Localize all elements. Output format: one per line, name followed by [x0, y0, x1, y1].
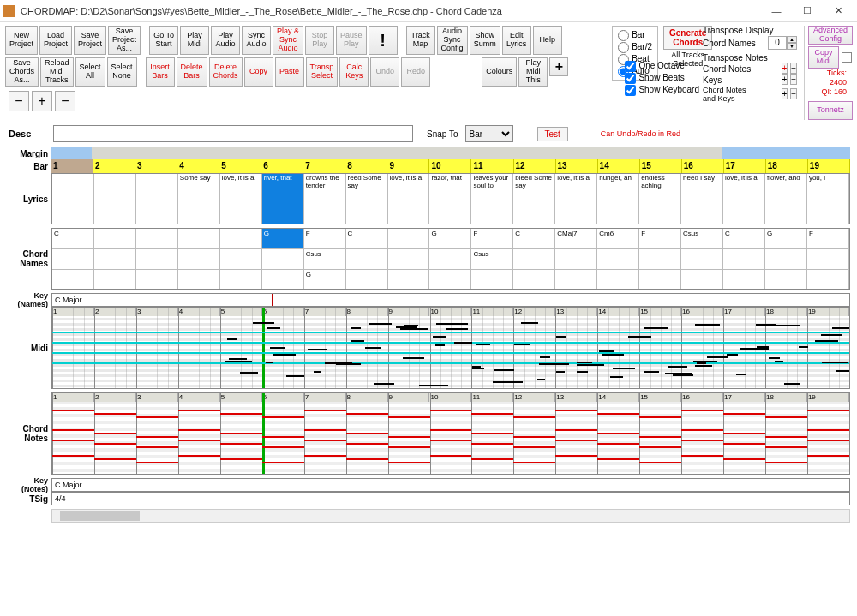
- chord-cell[interactable]: Csus: [304, 249, 346, 269]
- chord-cell[interactable]: [513, 249, 555, 269]
- chord-cell[interactable]: [639, 249, 681, 269]
- bar-number[interactable]: 9: [387, 159, 429, 173]
- delete-bars-button[interactable]: Delete Bars: [177, 57, 207, 87]
- bar-number[interactable]: 18: [766, 159, 808, 173]
- chord-cell[interactable]: [136, 249, 178, 269]
- bar-number[interactable]: 1: [51, 159, 93, 173]
- chord-cell[interactable]: [178, 229, 220, 248]
- save-project-as-button[interactable]: Save Project As...: [108, 26, 141, 55]
- lyric-cell[interactable]: Some say: [178, 174, 220, 224]
- edit-lyrics-button[interactable]: Edit Lyrics: [502, 26, 531, 55]
- chord-cell[interactable]: [94, 249, 136, 269]
- lyric-cell[interactable]: drowns the tender: [304, 174, 346, 224]
- chord-cell[interactable]: [94, 229, 136, 248]
- bar-number[interactable]: 19: [808, 159, 850, 173]
- lyric-cell[interactable]: love, it is a: [555, 174, 597, 224]
- select-all-button[interactable]: Select All: [75, 57, 105, 87]
- save-project-button[interactable]: Save Project: [74, 26, 106, 55]
- b-minus[interactable]: −: [790, 88, 797, 99]
- chord-cell[interactable]: [513, 270, 555, 290]
- redo-button[interactable]: Redo: [401, 57, 430, 87]
- chord-names-spin[interactable]: 0: [768, 36, 787, 50]
- check-one-octave[interactable]: One Octave: [625, 60, 699, 72]
- check-show-keyboard[interactable]: Show Keyboard: [625, 84, 699, 96]
- lyrics-track[interactable]: Some saylove, it is ariver, thatdrowns t…: [51, 173, 850, 224]
- bar-number[interactable]: 6: [261, 159, 303, 173]
- chord-cell[interactable]: [388, 270, 430, 290]
- chord-cell[interactable]: [723, 249, 765, 269]
- copy-midi-check[interactable]: [842, 52, 852, 63]
- chord-cell[interactable]: [262, 249, 304, 269]
- chord-cell[interactable]: [388, 229, 430, 248]
- horizontal-scrollbar[interactable]: [51, 509, 850, 523]
- chord-cell[interactable]: Csus: [681, 229, 723, 248]
- bar-number[interactable]: 10: [429, 159, 471, 173]
- chord-cell[interactable]: [346, 249, 388, 269]
- lyric-cell[interactable]: leaves your soul to: [471, 174, 513, 224]
- lyric-cell[interactable]: love, it is a: [723, 174, 765, 224]
- chord-cell[interactable]: [597, 249, 639, 269]
- margin-bar[interactable]: [51, 147, 850, 159]
- play-sync-audio-button[interactable]: Play & Sync Audio: [273, 26, 303, 55]
- play-audio-button[interactable]: Play Audio: [211, 26, 240, 55]
- chord-cell[interactable]: Csus: [471, 249, 513, 269]
- chord-cell[interactable]: C: [346, 229, 388, 248]
- key-names-track[interactable]: C Major: [51, 293, 850, 307]
- chord-cell[interactable]: [346, 270, 388, 290]
- zoom-out2-button[interactable]: −: [55, 91, 75, 111]
- lyric-cell[interactable]: [136, 174, 178, 224]
- chord-cell[interactable]: [136, 229, 178, 248]
- plus-button[interactable]: +: [549, 57, 568, 76]
- pause-play-button[interactable]: Pause Play: [336, 26, 367, 55]
- lyric-cell[interactable]: bleed Some say: [513, 174, 555, 224]
- help-button[interactable]: Help: [533, 26, 562, 55]
- chord-cell[interactable]: F: [304, 229, 346, 248]
- lyric-cell[interactable]: you, i: [807, 174, 849, 224]
- advanced-config-button[interactable]: Advanced Config: [808, 26, 853, 45]
- lyric-cell[interactable]: reed Some say: [346, 174, 388, 224]
- bar-number[interactable]: 15: [640, 159, 682, 173]
- zoom-in-button[interactable]: +: [32, 91, 52, 111]
- maximize-button[interactable]: ☐: [792, 1, 823, 21]
- chord-cell[interactable]: F: [471, 229, 513, 248]
- save-chords-as-button[interactable]: Save Chords As...: [5, 57, 39, 87]
- chord-cell[interactable]: C: [52, 229, 94, 248]
- lyric-cell[interactable]: [94, 174, 136, 224]
- check-show-beats[interactable]: Show Beats: [625, 72, 699, 84]
- chord-cell[interactable]: [471, 270, 513, 290]
- chord-cell[interactable]: C: [723, 229, 765, 248]
- zoom-out-button[interactable]: −: [9, 91, 29, 111]
- radio-bar[interactable]: Bar: [618, 29, 652, 41]
- chord-cell[interactable]: [136, 270, 178, 290]
- lyric-cell[interactable]: love, it is a: [220, 174, 262, 224]
- chord-cell[interactable]: F: [807, 229, 849, 248]
- show-summ-button[interactable]: Show Summ: [470, 26, 500, 55]
- bar-number[interactable]: 17: [724, 159, 766, 173]
- reload-midi-tracks-button[interactable]: Reload Midi Tracks: [40, 57, 74, 87]
- chord-cell[interactable]: [94, 270, 136, 290]
- minimize-button[interactable]: —: [761, 1, 792, 21]
- chord-cell[interactable]: [220, 229, 262, 248]
- play-midi-button[interactable]: Play Midi: [180, 26, 209, 55]
- chord-cell[interactable]: G: [304, 270, 346, 290]
- track-map-button[interactable]: Track Map: [406, 26, 435, 55]
- exclaim-button[interactable]: !: [369, 26, 398, 55]
- chord-cell[interactable]: F: [639, 229, 681, 248]
- chord-cell[interactable]: G: [262, 229, 304, 248]
- tsig-track[interactable]: 4/4: [51, 492, 850, 505]
- chord-cell[interactable]: G: [429, 229, 471, 248]
- snap-to-select[interactable]: Bar: [465, 125, 513, 142]
- chord-cell[interactable]: [52, 249, 94, 269]
- radio-bar2[interactable]: Bar/2: [618, 41, 652, 53]
- lyric-cell[interactable]: love, it is a: [388, 174, 430, 224]
- chord-cell[interactable]: [765, 270, 807, 290]
- lyric-cell[interactable]: [52, 174, 94, 224]
- sync-audio-button[interactable]: Sync Audio: [242, 26, 271, 55]
- chord-cell[interactable]: [807, 270, 849, 290]
- lyric-cell[interactable]: razor, that: [429, 174, 471, 224]
- lyric-cell[interactable]: hunger, an: [597, 174, 639, 224]
- chord-cell[interactable]: [597, 270, 639, 290]
- chord-cell[interactable]: [555, 270, 597, 290]
- k-minus[interactable]: −: [790, 74, 797, 85]
- chord-cell[interactable]: [429, 270, 471, 290]
